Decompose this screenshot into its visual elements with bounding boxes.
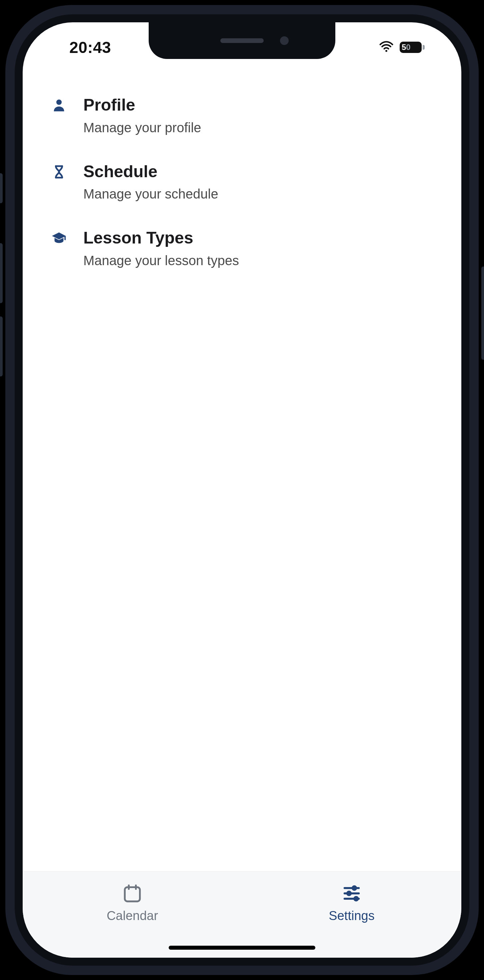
- volume-down-button: [0, 317, 3, 376]
- settings-item-subtitle: Manage your profile: [83, 119, 438, 135]
- volume-up-button: [0, 243, 3, 303]
- graduation-cap-icon: [50, 229, 68, 246]
- front-camera: [280, 36, 289, 45]
- power-button: [481, 266, 484, 360]
- notch: [149, 22, 335, 59]
- wifi-icon: [379, 39, 394, 55]
- sliders-icon: [341, 883, 362, 905]
- tab-label: Calendar: [107, 909, 158, 923]
- svg-point-6: [347, 892, 351, 896]
- settings-item-profile[interactable]: Profile Manage your profile: [46, 82, 438, 149]
- tab-calendar[interactable]: Calendar: [23, 872, 242, 958]
- settings-item-schedule[interactable]: Schedule Manage your schedule: [46, 149, 438, 216]
- home-indicator[interactable]: [169, 946, 315, 950]
- svg-point-4: [353, 886, 356, 890]
- settings-item-title: Profile: [83, 95, 438, 115]
- settings-item-subtitle: Manage your lesson types: [83, 253, 438, 269]
- calendar-icon: [122, 883, 143, 905]
- user-icon: [50, 95, 68, 113]
- tab-label: Settings: [329, 909, 374, 923]
- speaker: [220, 38, 264, 43]
- frame-outer: 20:43 50: [5, 5, 479, 975]
- silent-switch: [0, 173, 3, 203]
- settings-item-lesson-types[interactable]: Lesson Types Manage your lesson types: [46, 215, 438, 282]
- tab-bar: Calendar: [23, 871, 461, 958]
- status-time: 20:43: [69, 38, 111, 57]
- settings-list: Profile Manage your profile: [23, 65, 461, 871]
- hourglass-icon: [50, 162, 68, 180]
- screen: 20:43 50: [23, 22, 461, 958]
- svg-rect-2: [125, 887, 140, 901]
- svg-point-8: [354, 897, 358, 901]
- battery-digit-tens: 5: [402, 43, 406, 51]
- svg-point-1: [56, 100, 62, 105]
- settings-item-subtitle: Manage your schedule: [83, 186, 438, 202]
- frame-inner: 20:43 50: [15, 14, 469, 966]
- tab-settings[interactable]: Settings: [242, 872, 461, 958]
- svg-point-0: [385, 50, 387, 52]
- battery-indicator: 50: [400, 41, 425, 53]
- settings-item-title: Lesson Types: [83, 229, 438, 248]
- phone-frame: 20:43 50: [0, 0, 484, 980]
- settings-item-title: Schedule: [83, 162, 438, 181]
- battery-digit-ones: 0: [406, 43, 411, 51]
